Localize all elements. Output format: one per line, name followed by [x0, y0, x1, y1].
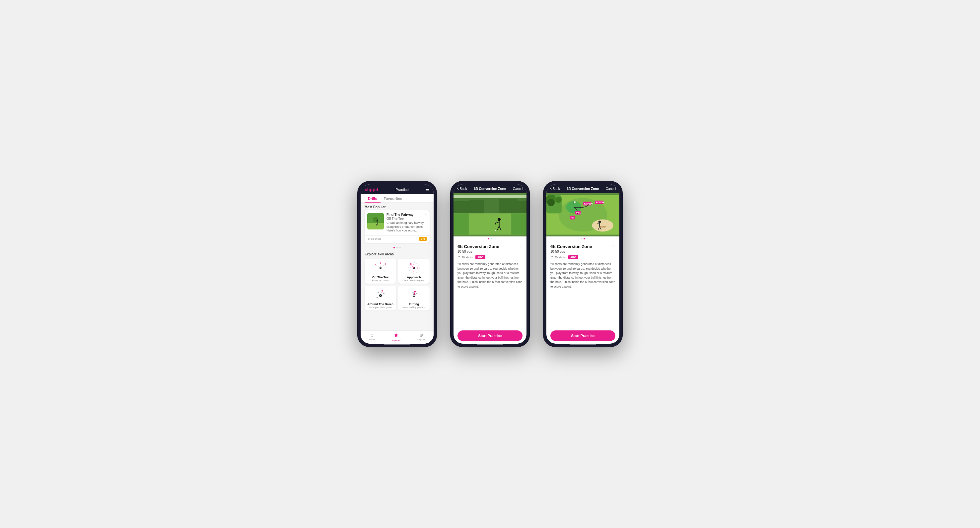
nav-capture-label: Capture — [417, 338, 425, 341]
svg-point-15 — [375, 264, 376, 265]
detail-content-3: 6ft Conversion Zone 10-50 yds ♡ ⏱ 20 sho… — [546, 241, 619, 328]
svg-point-35 — [414, 291, 416, 293]
start-practice-btn-3[interactable]: Start Practice — [550, 330, 616, 341]
phone-3: < Back 6ft Conversion Zone Cancel SAND — [543, 181, 623, 347]
nav-capture[interactable]: ⊕ Capture — [417, 332, 425, 342]
skill-desc-ott: Power accuracy — [372, 279, 389, 282]
atg-icon-area — [372, 288, 389, 301]
ott-icon-area — [372, 262, 389, 274]
featured-card-image — [367, 213, 384, 230]
drill-meta-3: ⏱ 20 shots ARG — [550, 255, 616, 259]
hamburger-icon[interactable]: ☰ — [426, 187, 430, 192]
dot-1 — [393, 247, 395, 249]
svg-point-25 — [382, 290, 383, 292]
favourite-icon[interactable]: ♡ — [424, 213, 427, 217]
featured-card[interactable]: Find The Fairway Off The Tee ♡ Create an… — [364, 210, 430, 243]
nav-home[interactable]: ⌂ Home — [369, 332, 375, 342]
svg-point-16 — [385, 263, 386, 265]
app-logo: clippd — [364, 187, 378, 192]
skill-name-atg: Around The Green — [367, 303, 393, 306]
svg-point-31 — [377, 297, 378, 298]
scroll-content[interactable]: Most Popular — [361, 203, 434, 330]
drill-desc-2: 20 shots are randomly generated at dista… — [458, 262, 522, 289]
detail-title-2: 6ft Conversion Zone — [474, 187, 506, 191]
svg-point-63 — [556, 196, 562, 203]
svg-point-29 — [383, 293, 385, 294]
svg-point-14 — [380, 262, 381, 264]
svg-point-75 — [598, 220, 601, 223]
most-popular-title: Most Popular — [361, 203, 434, 210]
svg-text:SAND: SAND — [600, 225, 606, 228]
phone-2: < Back 6ft Conversion Zone Cancel — [450, 181, 530, 347]
svg-text:ROUGH: ROUGH — [596, 201, 604, 204]
skill-card-atg[interactable]: Around The Green Hone your short game — [364, 286, 396, 311]
svg-rect-1 — [367, 223, 384, 230]
shots-info-3: ⏱ 20 shots — [550, 256, 566, 259]
detail-title-3: 6ft Conversion Zone — [567, 187, 599, 191]
cancel-btn-3[interactable]: Cancel — [606, 187, 616, 191]
dot-3 — [399, 247, 401, 249]
svg-point-62 — [547, 199, 555, 206]
phone-1-screen: clippd Practice ☰ Drills Favourites Most… — [361, 184, 434, 344]
drill-title-3: 6ft Conversion Zone — [550, 244, 592, 249]
capture-icon: ⊕ — [419, 332, 423, 338]
card-drill-name: Find The Fairway — [387, 213, 414, 217]
fav-icon-3[interactable]: ♡ — [612, 244, 616, 249]
img-dot-2 — [491, 238, 492, 239]
drill-title-2: 6ft Conversion Zone — [458, 244, 499, 249]
skill-areas-section: Off The Tee Power accuracy — [361, 259, 434, 313]
dot-2 — [396, 247, 398, 249]
card-footer: ⏱ 10 shots OTT — [364, 235, 430, 243]
fav-icon-2[interactable]: ♡ — [519, 244, 522, 249]
phones-container: clippd Practice ☰ Drills Favourites Most… — [357, 181, 623, 347]
drill-image-2 — [453, 193, 527, 236]
skill-card-ott[interactable]: Off The Tee Power accuracy — [364, 259, 396, 284]
skill-card-putting[interactable]: Putting Make and lag practice — [398, 286, 430, 311]
phone-1: clippd Practice ☰ Drills Favourites Most… — [357, 181, 437, 347]
nav-activities-label: Activities — [391, 340, 401, 342]
svg-rect-45 — [511, 201, 527, 214]
skill-desc-atg: Hone your short game — [369, 306, 392, 308]
nav-home-label: Home — [369, 338, 375, 341]
drill-map-3: SAND FAIRWAY ROUGH — [546, 193, 619, 236]
back-btn-2[interactable]: < Back — [457, 187, 467, 191]
arg-badge-2: ARG — [476, 255, 485, 259]
back-btn-3[interactable]: < Back — [550, 187, 560, 191]
img-dot-1 — [488, 238, 489, 239]
card-drill-sub: Off The Tee — [387, 217, 414, 221]
skill-name-putting: Putting — [409, 303, 419, 306]
activities-icon — [393, 332, 399, 339]
skill-areas-title: Explore skill areas — [361, 250, 434, 257]
ott-badge: OTT — [419, 237, 427, 241]
cancel-btn-2[interactable]: Cancel — [513, 187, 523, 191]
drill-name-block-3: 6ft Conversion Zone 10-50 yds — [550, 244, 592, 254]
phone-2-screen: < Back 6ft Conversion Zone Cancel — [453, 184, 527, 344]
svg-rect-47 — [453, 213, 469, 234]
drill-name-block-2: 6ft Conversion Zone 10-50 yds — [458, 244, 499, 254]
skill-card-approach[interactable]: Approach Dial-in to hit the green — [398, 259, 430, 284]
card-dots — [361, 246, 434, 250]
phone-3-screen: < Back 6ft Conversion Zone Cancel SAND — [546, 184, 619, 344]
svg-point-39 — [416, 293, 417, 294]
tab-drills[interactable]: Drills — [364, 194, 380, 202]
img-dot-3-1 — [581, 238, 582, 239]
drill-range-2: 10-50 yds — [458, 250, 499, 254]
bottom-nav: ⌂ Home Activities ⊕ Capture — [361, 330, 434, 344]
img-dots-2 — [453, 236, 527, 241]
tab-favourites[interactable]: Favourites — [380, 194, 406, 202]
arg-badge-3: ARG — [568, 255, 578, 259]
drill-meta-2: ⏱ 20 shots ARG — [458, 255, 522, 259]
skill-name-approach: Approach — [407, 276, 421, 279]
shots-label: ⏱ 10 shots — [367, 238, 381, 241]
skill-desc-putting: Make and lag practice — [402, 306, 425, 308]
svg-text:Miss: Miss — [576, 212, 581, 214]
drill-desc-3: 20 shots are randomly generated at dista… — [550, 262, 616, 289]
drill-range-3: 10-50 yds — [550, 250, 592, 254]
svg-point-27 — [377, 292, 379, 293]
svg-text:Hit: Hit — [571, 217, 574, 219]
svg-point-21 — [410, 263, 411, 265]
start-practice-btn-2[interactable]: Start Practice — [458, 330, 522, 341]
skill-desc-approach: Dial-in to hit the green — [402, 279, 425, 282]
app-title: Practice — [395, 188, 409, 191]
nav-activities[interactable]: Activities — [391, 332, 401, 342]
